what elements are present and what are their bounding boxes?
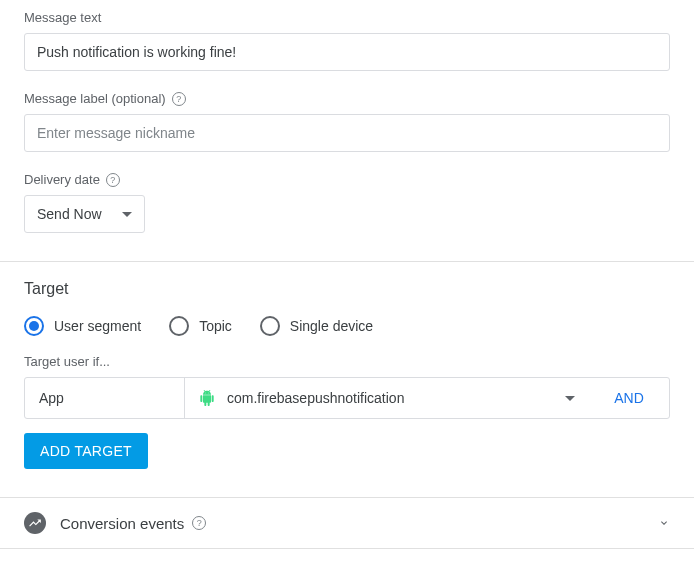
chevron-down-icon: [565, 396, 575, 401]
delivery-date-dropdown[interactable]: Send Now: [24, 195, 145, 233]
chevron-down-icon: [658, 517, 670, 529]
message-text-input[interactable]: [24, 33, 670, 71]
target-filter-label: Target user if...: [24, 354, 670, 369]
target-app-dropdown[interactable]: com.firebasepushnotification: [185, 378, 589, 418]
radio-label: Single device: [290, 318, 373, 334]
radio-label: Topic: [199, 318, 232, 334]
delivery-date-label: Delivery date: [24, 172, 100, 187]
help-icon[interactable]: ?: [106, 173, 120, 187]
trending-up-icon: [24, 512, 46, 534]
radio-single-device[interactable]: Single device: [260, 316, 373, 336]
message-label-label: Message label (optional): [24, 91, 166, 106]
target-filter-row: App com.firebasepushnotification AND: [24, 377, 670, 419]
radio-label: User segment: [54, 318, 141, 334]
radio-icon: [260, 316, 280, 336]
radio-icon: [169, 316, 189, 336]
radio-icon: [24, 316, 44, 336]
radio-user-segment[interactable]: User segment: [24, 316, 141, 336]
delivery-date-value: Send Now: [37, 206, 102, 222]
conversion-events-accordion[interactable]: Conversion events ?: [0, 497, 694, 549]
conversion-events-title: Conversion events: [60, 515, 184, 532]
add-target-button[interactable]: ADD TARGET: [24, 433, 148, 469]
help-icon[interactable]: ?: [172, 92, 186, 106]
android-icon: [199, 390, 215, 406]
help-icon[interactable]: ?: [192, 516, 206, 530]
target-app-cell[interactable]: App: [25, 378, 185, 418]
target-radio-group: User segment Topic Single device: [24, 316, 670, 336]
message-text-label: Message text: [24, 10, 670, 25]
message-label-input[interactable]: [24, 114, 670, 152]
target-app-value: com.firebasepushnotification: [227, 390, 553, 406]
radio-topic[interactable]: Topic: [169, 316, 232, 336]
chevron-down-icon: [122, 212, 132, 217]
target-title: Target: [24, 280, 670, 298]
and-button[interactable]: AND: [589, 378, 669, 418]
